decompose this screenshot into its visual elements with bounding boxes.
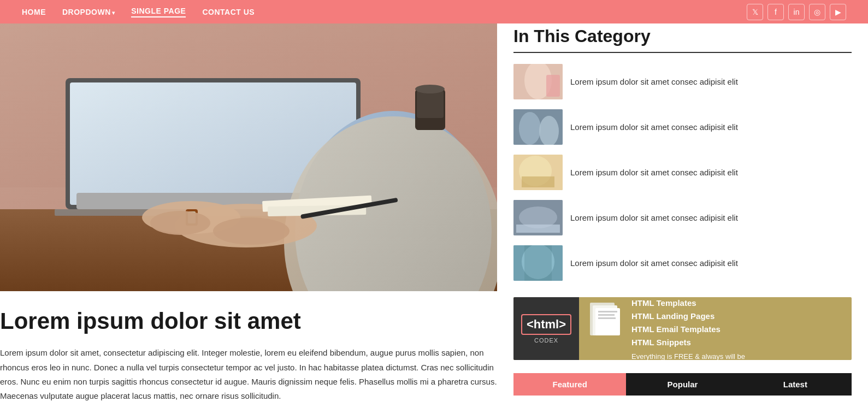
ad-left: <html> CODEX [513, 297, 579, 360]
article-body: Lorem ipsum dolor sit amet, consectetur … [0, 346, 497, 403]
linkedin-icon[interactable]: in [788, 4, 805, 20]
ad-banner: <html> CODEX HTML Templates HTML Landing… [513, 297, 852, 360]
facebook-icon[interactable]: f [767, 4, 784, 20]
navbar: HOME DROPDOWN▾ SINGLE PAGE CONTACT US 𝕏 … [0, 0, 868, 23]
nav-home[interactable]: HOME [22, 8, 46, 16]
hero-svg [0, 23, 497, 291]
ad-tagline: Everything is FREE & always will be [631, 352, 843, 360]
svg-rect-39 [598, 311, 617, 312]
list-item[interactable]: Lorem ipsum dolor sit amet consec adipis… [513, 245, 852, 281]
nav-contact-us[interactable]: CONTACT US [202, 8, 255, 16]
category-thumb-4 [513, 200, 563, 235]
ad-html-tag: <html> [521, 314, 571, 335]
category-thumb-3 [513, 155, 563, 190]
category-thumb-5 [513, 245, 563, 281]
tab-latest[interactable]: Latest [739, 373, 852, 396]
youtube-icon[interactable]: ▶ [830, 4, 846, 20]
ad-illustration [579, 297, 623, 360]
svg-rect-23 [546, 75, 560, 97]
sidebar-divider [513, 52, 852, 53]
svg-rect-40 [598, 314, 615, 316]
category-text-5: Lorem ipsum dolor sit amet consec adipis… [570, 257, 738, 269]
category-thumb-2 [513, 109, 563, 145]
sidebar: In This Category Lorem ipsum dolor sit a… [497, 23, 868, 419]
list-item[interactable]: Lorem ipsum dolor sit amet consec adipis… [513, 155, 852, 190]
social-icons-group: 𝕏 f in ◎ ▶ [747, 4, 846, 20]
category-text-3: Lorem ipsum dolor sit amet consec adipis… [570, 167, 738, 178]
tabs-row: Featured Popular Latest [513, 373, 852, 396]
ad-title-2: HTML Landing Pages [631, 310, 843, 323]
list-item[interactable]: Lorem ipsum dolor sit amet consec adipis… [513, 200, 852, 235]
nav-single-page[interactable]: SINGLE PAGE [131, 7, 186, 17]
sidebar-section-title: In This Category [513, 23, 852, 46]
svg-rect-16 [417, 91, 444, 118]
svg-rect-32 [516, 225, 560, 233]
svg-point-25 [519, 112, 541, 145]
svg-point-14 [150, 211, 210, 235]
category-text-4: Lorem ipsum dolor sit amet consec adipis… [570, 212, 738, 223]
list-item[interactable]: Lorem ipsum dolor sit amet consec adipis… [513, 109, 852, 145]
ad-title-1: HTML Templates [631, 297, 843, 310]
svg-point-17 [415, 85, 445, 93]
category-list: Lorem ipsum dolor sit amet consec adipis… [513, 64, 852, 281]
category-text-1: Lorem ipsum dolor sit amet consec adipis… [570, 76, 738, 87]
article-title: Lorem ipsum dolor sit amet [0, 291, 497, 346]
page-layout: Lorem ipsum dolor sit amet Lorem ipsum d… [0, 23, 868, 419]
main-content: Lorem ipsum dolor sit amet Lorem ipsum d… [0, 23, 497, 419]
tab-featured[interactable]: Featured [513, 373, 626, 396]
ad-title-3: HTML Email Templates [631, 323, 843, 336]
category-thumb-1 [513, 64, 563, 99]
list-item[interactable]: Lorem ipsum dolor sit amet consec adipis… [513, 64, 852, 99]
nav-dropdown[interactable]: DROPDOWN▾ [62, 8, 115, 16]
ad-codex: CODEX [534, 337, 558, 344]
twitter-icon[interactable]: 𝕏 [747, 4, 763, 20]
ad-title-4: HTML Snippets [631, 336, 843, 349]
nav-links: HOME DROPDOWN▾ SINGLE PAGE CONTACT US [22, 7, 255, 17]
tab-popular[interactable]: Popular [626, 373, 739, 396]
svg-rect-41 [598, 317, 616, 319]
svg-rect-35 [524, 245, 552, 281]
svg-point-13 [213, 217, 290, 245]
dropdown-arrow-icon: ▾ [112, 10, 115, 16]
hero-image [0, 23, 497, 291]
svg-rect-29 [522, 176, 554, 187]
ad-right: HTML Templates HTML Landing Pages HTML E… [623, 297, 852, 360]
category-text-2: Lorem ipsum dolor sit amet consec adipis… [570, 121, 738, 133]
instagram-icon[interactable]: ◎ [809, 4, 825, 20]
